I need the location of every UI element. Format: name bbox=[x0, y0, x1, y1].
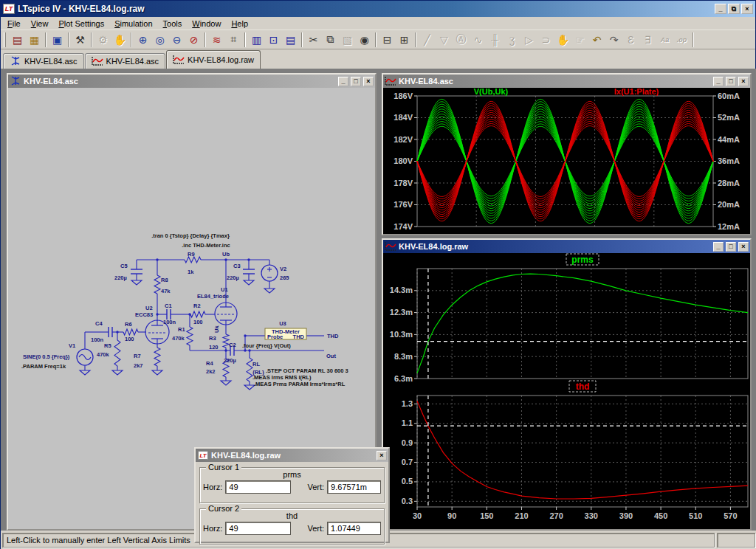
paste-icon[interactable]: ▧ bbox=[339, 32, 356, 48]
move-icon[interactable]: ✋ bbox=[554, 32, 571, 48]
zoom-in-icon[interactable]: ⊕ bbox=[134, 32, 151, 48]
schematic-maximize-button[interactable]: □ bbox=[351, 77, 361, 86]
menu-item-file[interactable]: File bbox=[2, 18, 26, 30]
transient-plot[interactable]: 186V184V182V180V178V176V174V60mA52mA44mA… bbox=[383, 88, 750, 234]
menu-item-plot-settings[interactable]: Plot Settings bbox=[53, 18, 109, 30]
sweep-plot[interactable]: 14.3m12.3m10.3m8.3m6.3mprms1.31.10.90.70… bbox=[383, 253, 750, 529]
schematic-text: 2k7 bbox=[134, 362, 143, 369]
waveform1-titlebar[interactable]: KHV-EL84.asc _ □ × bbox=[383, 75, 750, 88]
titlebar[interactable]: LT LTspice IV - KHV-EL84.log.raw _ ⧉ × bbox=[1, 1, 755, 17]
schematic-text: .STEP OCT PARAM RL 30 600 3 bbox=[266, 367, 348, 374]
x-axis-tick-label: 390 bbox=[619, 511, 633, 520]
restore-button[interactable]: ⧉ bbox=[728, 4, 740, 14]
waveform2-minimize-button[interactable]: _ bbox=[713, 242, 724, 252]
cursor-dialog-close-button[interactable]: × bbox=[377, 451, 387, 460]
tile-vertical-icon[interactable]: ▥ bbox=[248, 32, 265, 48]
place-resistor-icon[interactable]: ∿ bbox=[470, 32, 487, 48]
pane-title-thd: thd bbox=[576, 381, 590, 392]
x-axis-tick-label: 30 bbox=[413, 511, 422, 520]
menu-item-tools[interactable]: Tools bbox=[158, 18, 188, 30]
schematic-text: R5 bbox=[104, 342, 111, 349]
open-icon[interactable]: ▦ bbox=[26, 32, 43, 48]
tab-khv-el84.log.raw[interactable]: KHV-EL84.log.raw bbox=[166, 50, 261, 69]
trace-prms bbox=[417, 274, 748, 373]
schematic-icon bbox=[10, 76, 21, 87]
schematic-text: Uk bbox=[213, 325, 220, 333]
waveform1-minimize-button[interactable]: _ bbox=[713, 77, 724, 86]
menu-item-view[interactable]: View bbox=[26, 18, 54, 30]
cut-icon[interactable]: ✂ bbox=[305, 32, 322, 48]
waveform2-titlebar[interactable]: KHV-EL84.log.raw _ □ × bbox=[383, 240, 750, 253]
menu-item-window[interactable]: Window bbox=[187, 18, 226, 30]
place-ground-icon[interactable]: ▽ bbox=[436, 32, 453, 48]
zoom-back-icon[interactable]: ◎ bbox=[151, 32, 168, 48]
right-axis-tick-label: 20mA bbox=[718, 200, 740, 209]
minimize-button[interactable]: _ bbox=[715, 4, 726, 14]
spice-directive-icon[interactable]: .op bbox=[673, 32, 690, 48]
x-axis-tick-label: 270 bbox=[549, 511, 563, 520]
schematic-text: 120 bbox=[209, 344, 219, 351]
print-icon[interactable]: ⊞ bbox=[396, 32, 413, 48]
cascade-windows-icon[interactable]: ⊡ bbox=[265, 32, 282, 48]
new-schematic-icon[interactable]: ▤ bbox=[9, 32, 26, 48]
close-button[interactable]: × bbox=[741, 4, 753, 14]
waveform2-maximize-button[interactable]: □ bbox=[726, 242, 736, 252]
tab-khv-el84.asc-plot[interactable]: KHV-EL84.asc bbox=[85, 53, 166, 69]
place-label-icon[interactable]: Ⓐ bbox=[453, 32, 470, 48]
draw-wire-icon[interactable]: ╱ bbox=[419, 32, 436, 48]
waveform1-maximize-button[interactable]: □ bbox=[726, 77, 736, 86]
schematic-text: U1 bbox=[221, 286, 228, 293]
schematic-text: SINE(0 0.5 {Freq}) bbox=[23, 353, 70, 360]
cursor1-horz-input[interactable]: 49 bbox=[225, 480, 291, 494]
schematic-text: .tran 0 {Tstop} {Delay} {Tmax} bbox=[151, 232, 230, 239]
schematic-window-titlebar[interactable]: KHV-EL84.asc _ □ × bbox=[8, 75, 375, 88]
halt-icon[interactable]: ⚙ bbox=[94, 32, 111, 48]
toolbar-grip[interactable] bbox=[4, 32, 6, 47]
run-icon[interactable]: ⚒ bbox=[72, 32, 89, 48]
cursor1-vert-label: Vert: bbox=[307, 483, 324, 491]
schematic-text: THD bbox=[293, 334, 305, 340]
zoom-out-icon[interactable]: ⊖ bbox=[168, 32, 185, 48]
place-text-icon[interactable]: Aa bbox=[656, 32, 673, 48]
cursor2-horz-input[interactable]: 49 bbox=[225, 522, 291, 535]
waveform2-title: KHV-EL84.log.raw bbox=[399, 242, 711, 251]
print-preview-icon[interactable]: ⊟ bbox=[379, 32, 396, 48]
drag-icon[interactable]: ☞ bbox=[571, 32, 588, 48]
zoom-fit-icon[interactable]: ⊘ bbox=[185, 32, 202, 48]
schematic-text: C5 bbox=[120, 263, 128, 269]
save-icon[interactable]: ▣ bbox=[49, 32, 66, 48]
ltspice-logo-icon: LT bbox=[3, 4, 15, 14]
copy-icon[interactable]: ⧉ bbox=[322, 32, 339, 48]
schematic-text: V1 bbox=[69, 342, 75, 349]
mirror-icon[interactable]: Ɛ bbox=[622, 32, 639, 48]
redo-icon[interactable]: ↷ bbox=[605, 32, 622, 48]
window-title: LTspice IV - KHV-EL84.log.raw bbox=[18, 4, 713, 14]
place-diode-icon[interactable]: ▷ bbox=[520, 32, 537, 48]
menu-item-help[interactable]: Help bbox=[226, 18, 253, 30]
waveform2-close-button[interactable]: × bbox=[738, 242, 749, 252]
cursor-dialog-titlebar[interactable]: LT KHV-EL84.log.raw × bbox=[196, 449, 388, 462]
schematic-minimize-button[interactable]: _ bbox=[338, 77, 348, 86]
find-icon[interactable]: ◉ bbox=[356, 32, 373, 48]
right-axis-tick-label: 44mA bbox=[718, 135, 740, 144]
autorange-axes-icon[interactable]: ⌗ bbox=[225, 32, 242, 48]
menu-item-simulation[interactable]: Simulation bbox=[109, 18, 157, 30]
waveform1-close-button[interactable]: × bbox=[738, 77, 749, 86]
rotate-icon[interactable]: ∃ bbox=[639, 32, 656, 48]
toolbar-separator bbox=[301, 32, 303, 47]
tab-khv-el84.asc[interactable]: KHV-EL84.asc bbox=[3, 53, 84, 69]
place-inductor-icon[interactable]: ʒ bbox=[504, 32, 520, 48]
plot-settings-icon[interactable]: ≋ bbox=[208, 32, 225, 48]
undo-icon[interactable]: ↶ bbox=[588, 32, 605, 48]
cursor1-vert-input[interactable]: 9.67571m bbox=[327, 480, 381, 494]
pan-hand-icon[interactable]: ✋ bbox=[111, 32, 128, 48]
tile-horizontal-icon[interactable]: ▤ bbox=[282, 32, 299, 48]
right-axis-tick-label: 36mA bbox=[718, 156, 740, 165]
place-component-icon[interactable]: ⊃ bbox=[537, 32, 554, 48]
trace-thd bbox=[417, 401, 748, 499]
cursor-dialog-body: Cursor 1 prms Horz: 49 Vert: 9.67571m Cu… bbox=[196, 462, 388, 542]
place-capacitor-icon[interactable]: ╫ bbox=[487, 32, 504, 48]
schematic-text: R8 bbox=[161, 277, 168, 283]
cursor2-vert-input[interactable]: 1.07449 bbox=[327, 522, 381, 535]
schematic-close-button[interactable]: × bbox=[363, 77, 374, 86]
